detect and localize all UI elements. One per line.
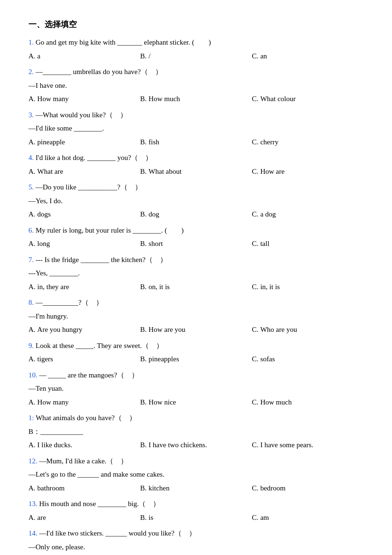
q9-body: Look at these _____. They are sweet.（ ） — [36, 342, 163, 349]
q11-body: What animals do you have?（ ） — [36, 414, 136, 422]
q7-num: 7. — [28, 256, 34, 263]
question-10: 10. — _____ are the mangoes?（ ） —Ten yua… — [28, 369, 364, 409]
q12-answer: —Let's go to the ______ and make some ca… — [28, 469, 364, 481]
q1-num: 1. — [28, 38, 34, 46]
q2-option-a: A.How many — [28, 93, 140, 105]
q10-answer: —Ten yuan. — [28, 383, 364, 395]
q2-option-b: B.How much — [140, 93, 252, 105]
q10-option-b: B.How nice — [140, 396, 252, 409]
q13-option-c: C.am — [252, 512, 364, 524]
q14-num: 14. — [28, 529, 37, 537]
q8-num: 8. — [28, 299, 34, 306]
q10-option-c: C.How much — [252, 396, 364, 409]
q13-option-a: A.are — [28, 512, 140, 524]
q7-option-a: A.in, they are — [28, 281, 140, 293]
question-11-text: 1: What animals do you have?（ ） — [28, 412, 364, 424]
q3-option-b: B.fish — [140, 136, 252, 149]
question-8: 8. —__________?（ ） —I'm hungry. A.Are yo… — [28, 297, 364, 336]
q7-body: --- Is the fridge ________ the kitchen?（… — [36, 256, 167, 263]
q7-options: A.in, they are B.on, it is C.in, it is — [28, 281, 364, 293]
q12-options: A.bathroom B.kitchen C.bedroom — [28, 482, 364, 495]
question-13: 13. His mouth and nose ________ big.（ ） … — [28, 498, 364, 524]
q1-option-c: C.an — [252, 50, 364, 63]
q10-options: A.How many B.How nice C.How much — [28, 396, 364, 409]
q2-num: 2. — [28, 68, 34, 75]
q4-option-b: B.What about — [140, 166, 252, 178]
q6-body: My ruler is long, but your ruler is ____… — [36, 226, 184, 234]
question-13-text: 13. His mouth and nose ________ big.（ ） — [28, 498, 364, 510]
q6-num: 6. — [28, 226, 34, 234]
q11-option-b: B.I have two chickens. — [140, 439, 252, 452]
question-12-text: 12. —Mum, I'd like a cake.（ ） — [28, 455, 364, 468]
q2-body: —________ umbrellas do you have?（ ） — [36, 68, 162, 75]
q3-options: A.pineapple B.fish C.cherry — [28, 136, 364, 149]
q11-options: A.I like ducks. B.I have two chickens. C… — [28, 439, 364, 452]
q7-option-b: B.on, it is — [140, 281, 252, 293]
q13-num: 13. — [28, 500, 37, 508]
q1-option-a: A.a — [28, 50, 140, 63]
question-9-text: 9. Look at these _____. They are sweet.（… — [28, 340, 364, 352]
q9-options: A.tigers B.pineapples C.sofas — [28, 353, 364, 366]
question-2: 2. —________ umbrellas do you have?（ ） —… — [28, 66, 364, 105]
q5-option-b: B.dog — [140, 208, 252, 221]
q10-option-a: A.How many — [28, 396, 140, 409]
q6-option-c: C.tall — [252, 238, 364, 250]
q6-options: A.long B.short C.tall — [28, 238, 364, 250]
q8-answer: —I'm hungry. — [28, 310, 364, 323]
question-14-text: 14. —I'd like two stickers. ______ would… — [28, 527, 364, 540]
q8-option-c: C.Who are you — [252, 324, 364, 336]
question-1: 1. Go and get my big kite with _______ e… — [28, 37, 364, 62]
q5-body: —Do you like ___________?（ ） — [36, 183, 142, 191]
q7-answer: ---Yes, ________. — [28, 267, 364, 280]
q12-body: —Mum, I'd like a cake.（ ） — [39, 457, 128, 465]
q11-option-a: A.I like ducks. — [28, 439, 140, 452]
question-5-text: 5. —Do you like ___________?（ ） — [28, 181, 364, 194]
q8-option-a: A.Are you hungry — [28, 324, 140, 336]
question-7-text: 7. --- Is the fridge ________ the kitche… — [28, 254, 364, 266]
q9-num: 9. — [28, 342, 34, 349]
q12-num: 12. — [28, 457, 37, 465]
q6-option-b: B.short — [140, 238, 252, 250]
question-1-text: 1. Go and get my big kite with _______ e… — [28, 37, 364, 49]
question-3-text: 3. —What would you like?（ ） — [28, 109, 364, 122]
question-3: 3. —What would you like?（ ） —I'd like so… — [28, 109, 364, 149]
q5-option-a: A.dogs — [28, 208, 140, 221]
question-11: 1: What animals do you have?（ ） B：______… — [28, 412, 364, 452]
q5-answer: —Yes, I do. — [28, 195, 364, 207]
question-10-text: 10. — _____ are the mangoes?（ ） — [28, 369, 364, 382]
question-7: 7. --- Is the fridge ________ the kitche… — [28, 254, 364, 293]
q13-options: A.are B.is C.am — [28, 512, 364, 524]
question-14: 14. —I'd like two stickers. ______ would… — [28, 527, 364, 555]
q3-body: —What would you like?（ ） — [36, 111, 127, 119]
q3-num: 3. — [28, 111, 34, 119]
q13-option-b: B.is — [140, 512, 252, 524]
q11-answer: B：____________ — [28, 426, 364, 438]
q4-num: 4. — [28, 154, 34, 161]
q5-option-c: C.a dog — [252, 208, 364, 221]
question-12: 12. —Mum, I'd like a cake.（ ） —Let's go … — [28, 455, 364, 495]
question-9: 9. Look at these _____. They are sweet.（… — [28, 340, 364, 366]
question-4: 4. I'd like a hot dog. ________ you?（ ） … — [28, 152, 364, 178]
q12-option-b: B.kitchen — [140, 482, 252, 495]
question-6: 6. My ruler is long, but your ruler is _… — [28, 225, 364, 250]
q2-options: A.How many B.How much C.What colour — [28, 93, 364, 105]
q8-option-b: B.How are you — [140, 324, 252, 336]
q11-num: 1: — [28, 414, 34, 422]
q4-option-c: C.How are — [252, 166, 364, 178]
question-6-text: 6. My ruler is long, but your ruler is _… — [28, 225, 364, 237]
q4-options: A.What are B.What about C.How are — [28, 166, 364, 178]
q2-option-c: C.What colour — [252, 93, 364, 105]
q3-option-c: C.cherry — [252, 136, 364, 149]
q3-answer: —I'd like some ________. — [28, 122, 364, 135]
q10-body: — _____ are the mangoes?（ ） — [39, 371, 139, 379]
q5-options: A.dogs B.dog C.a dog — [28, 208, 364, 221]
section-title: 一、选择填空 — [28, 19, 364, 30]
q1-option-b: B./ — [140, 50, 252, 63]
q13-body: His mouth and nose ________ big.（ ） — [39, 500, 160, 508]
q14-answer: —Only one, please. — [28, 541, 364, 554]
q10-num: 10. — [28, 371, 37, 379]
q7-option-c: C.in, it is — [252, 281, 364, 293]
q1-body: Go and get my big kite with _______ elep… — [36, 38, 211, 46]
question-8-text: 8. —__________?（ ） — [28, 297, 364, 309]
q14-body: —I'd like two stickers. ______ would you… — [39, 529, 196, 537]
